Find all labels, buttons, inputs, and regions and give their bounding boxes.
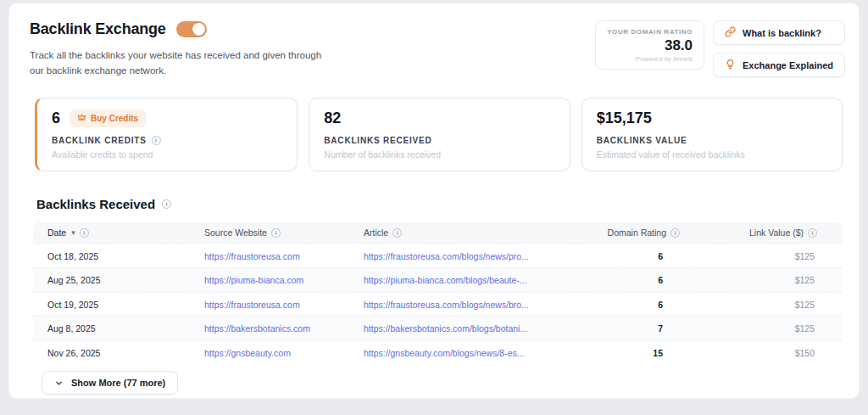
table-row: Aug 25, 2025 https://piuma-bianca.com ht… — [33, 267, 843, 292]
backlink-exchange-toggle[interactable] — [176, 21, 207, 37]
section-title: Backlinks Received — [36, 197, 155, 211]
table-row: Oct 19, 2025 https://fraustoreusa.com ht… — [33, 292, 843, 317]
article-link[interactable]: https://fraustoreusa.com/blogs/news/bro.… — [364, 300, 529, 310]
backlink-exchange-panel: Backlink Exchange Track all the backlink… — [8, 3, 860, 399]
info-icon[interactable]: i — [152, 136, 161, 145]
source-link[interactable]: https://bakersbotanics.com — [204, 323, 310, 334]
table-row: Nov 26, 2025 https://gnsbeauty.com https… — [33, 340, 843, 365]
source-link[interactable]: https://fraustoreusa.com — [204, 251, 300, 261]
chevron-down-icon — [54, 379, 64, 388]
backlinks-received-label: BACKLINKS RECEIVED — [324, 136, 431, 145]
stat-card-backlink-credits: 6 Buy Credits BACKLINK CREDITS i Availab… — [35, 98, 298, 171]
stat-card-backlinks-value: $15,175 BACKLINKS VALUE Estimated value … — [581, 98, 843, 171]
what-is-backlink-button[interactable]: What is backlink? — [713, 20, 845, 45]
table-row: Oct 18, 2025 https://fraustoreusa.com ht… — [33, 244, 843, 268]
column-header-date[interactable]: Date ▾ i — [33, 227, 204, 238]
sort-caret-down-icon: ▾ — [71, 228, 75, 237]
cell-domain-rating: 15 — [550, 348, 690, 358]
backlinks-table: Date ▾ i Source Website i Article i Doma… — [33, 222, 843, 365]
stats-row: 6 Buy Credits BACKLINK CREDITS i Availab… — [35, 98, 843, 171]
info-icon[interactable]: i — [271, 228, 281, 238]
backlinks-received-value: 82 — [324, 109, 341, 127]
article-link[interactable]: https://piuma-bianca.com/blogs/beaute-..… — [364, 275, 527, 285]
column-header-domain-rating[interactable]: Domain Rating i — [550, 227, 690, 238]
backlinks-value-sub: Estimated value of received backlinks — [597, 149, 827, 160]
buy-credits-label: Buy Credits — [91, 114, 138, 123]
backlink-credits-value: 6 — [52, 109, 60, 127]
backlinks-value-value: $15,175 — [597, 109, 652, 127]
domain-rating-label: YOUR DOMAIN RATING — [607, 28, 693, 36]
domain-rating-value: 38.0 — [607, 37, 693, 54]
backlink-credits-sub: Available credits to spend — [52, 149, 282, 160]
cell-date: Nov 26, 2025 — [33, 348, 204, 358]
cell-domain-rating: 7 — [550, 323, 690, 334]
article-link[interactable]: https://bakersbotanics.com/blogs/botani.… — [364, 323, 527, 334]
table-header-row: Date ▾ i Source Website i Article i Doma… — [33, 222, 843, 244]
source-link[interactable]: https://piuma-bianca.com — [204, 275, 303, 285]
article-link[interactable]: https://gnsbeauty.com/blogs/news/8-es... — [364, 348, 525, 358]
source-link[interactable]: https://gnsbeauty.com — [204, 348, 291, 358]
cell-date: Aug 25, 2025 — [33, 275, 204, 285]
header-left: Backlink Exchange Track all the backlink… — [30, 20, 328, 79]
column-header-source-website[interactable]: Source Website i — [204, 227, 364, 238]
info-icon[interactable]: i — [670, 228, 680, 238]
column-header-link-value[interactable]: Link Value ($) i — [690, 227, 843, 238]
link-chain-icon — [725, 26, 736, 39]
powered-by-ahrefs: Powered by Ahrefs — [607, 55, 693, 63]
crown-icon — [77, 113, 86, 124]
exchange-explained-button[interactable]: Exchange Explained — [713, 53, 845, 77]
lightbulb-icon — [725, 59, 736, 71]
cell-date: Aug 8, 2025 — [33, 323, 204, 334]
cell-date: Oct 19, 2025 — [33, 300, 204, 310]
page-title: Backlink Exchange — [30, 20, 166, 38]
info-icon[interactable]: i — [392, 228, 402, 238]
info-icon[interactable]: i — [80, 228, 89, 238]
cell-link-value: $150 — [690, 348, 843, 358]
cell-domain-rating: 6 — [550, 275, 690, 285]
backlinks-value-label: BACKLINKS VALUE — [597, 136, 687, 145]
cell-domain-rating: 6 — [550, 300, 690, 310]
info-icon[interactable]: i — [162, 199, 171, 209]
show-more-label: Show More (77 more) — [71, 378, 165, 388]
cell-date: Oct 18, 2025 — [33, 251, 204, 261]
what-is-backlink-label: What is backlink? — [743, 28, 821, 38]
info-icon[interactable]: i — [808, 228, 817, 238]
show-more-button[interactable]: Show More (77 more) — [42, 371, 178, 395]
stat-card-backlinks-received: 82 BACKLINKS RECEIVED Number of backlink… — [309, 98, 570, 171]
backlink-credits-label: BACKLINK CREDITS — [52, 136, 147, 145]
cell-link-value: $125 — [690, 300, 843, 310]
buy-credits-button[interactable]: Buy Credits — [70, 109, 146, 127]
cell-link-value: $125 — [690, 323, 843, 334]
exchange-explained-label: Exchange Explained — [743, 60, 833, 70]
backlinks-received-section: Backlinks Received i Date ▾ i Source Web… — [33, 197, 843, 395]
table-row: Aug 8, 2025 https://bakersbotanics.com h… — [33, 316, 843, 340]
header-right: YOUR DOMAIN RATING 38.0 Powered by Ahref… — [595, 20, 845, 79]
cell-link-value: $125 — [690, 275, 843, 285]
toggle-knob — [192, 23, 205, 36]
header: Backlink Exchange Track all the backlink… — [9, 3, 859, 79]
domain-rating-card: YOUR DOMAIN RATING 38.0 Powered by Ahref… — [595, 20, 704, 70]
page-subtitle: Track all the backlinks your website has… — [30, 48, 328, 79]
cell-link-value: $125 — [690, 251, 843, 261]
column-header-article[interactable]: Article i — [364, 227, 550, 238]
cell-domain-rating: 6 — [550, 251, 690, 261]
source-link[interactable]: https://fraustoreusa.com — [204, 300, 300, 310]
article-link[interactable]: https://fraustoreusa.com/blogs/news/pro.… — [364, 251, 529, 261]
backlinks-received-sub: Number of backlinks received — [324, 149, 554, 160]
